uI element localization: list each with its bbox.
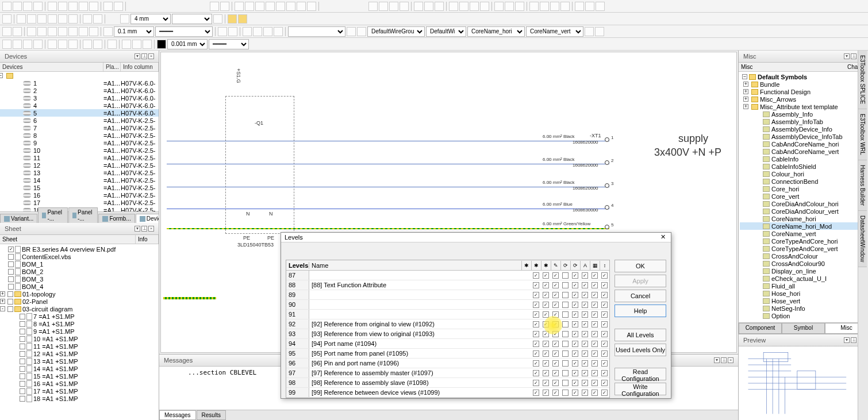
all-levels-button[interactable]: All Levels [614, 329, 666, 341]
toolbar-button[interactable] [58, 14, 67, 24]
level-col-icon[interactable]: ✱ [541, 261, 551, 270]
toolbar-button[interactable] [435, 2, 444, 11]
toolbar-button[interactable] [228, 14, 237, 24]
misc-item[interactable]: CoreTypeAndCore_hori [740, 237, 867, 245]
messages-tab[interactable]: Results [197, 410, 226, 420]
toolbar-button[interactable] [103, 2, 113, 11]
toolbar-button[interactable] [245, 2, 254, 11]
style-select[interactable] [172, 14, 212, 24]
toolbar-button[interactable] [347, 27, 356, 36]
toolbar-button[interactable] [414, 2, 423, 11]
toolbar-button[interactable] [263, 27, 272, 36]
dropdown-icon[interactable]: ▾ [135, 226, 140, 232]
misc-item[interactable]: CrossAndColour [740, 252, 867, 260]
toolbar-button[interactable] [17, 14, 26, 24]
linewidth-select[interactable]: 0.1 mm [114, 26, 154, 37]
level-col-icon[interactable]: ✎ [551, 261, 560, 270]
misc-folder[interactable]: +Functional Design [740, 88, 867, 95]
devices-tab[interactable]: Devices [136, 214, 159, 223]
sheet-tree-item[interactable]: 17 =A1 +S1.MP [1, 387, 158, 395]
toolbar-button[interactable] [400, 2, 409, 11]
sheet-tree-item[interactable]: 16 =A1 +S1.MP [1, 380, 158, 387]
toolbar-button[interactable] [48, 2, 57, 11]
toolbar-button[interactable] [89, 27, 98, 36]
pin-icon[interactable]: ⊥ [141, 226, 147, 232]
toolbar-button[interactable] [238, 14, 247, 24]
toolbar-button[interactable] [255, 2, 264, 11]
dropdown-icon[interactable]: ▾ [714, 357, 720, 363]
used-levels-button[interactable]: Used Levels Only [614, 344, 666, 356]
device-row[interactable]: 16=A1...H07V-K-2.5- [0, 191, 159, 199]
toolbar-button[interactable] [37, 27, 47, 36]
sheet-tree-item[interactable]: ContentExcel.vbs [1, 253, 158, 260]
read-config-button[interactable]: Read Configuration [614, 368, 666, 380]
toolbar-button[interactable] [515, 2, 524, 11]
toolbar-button[interactable] [2, 2, 11, 11]
level-row[interactable]: 93[93] Reference from view to original (… [286, 329, 609, 339]
toolbar-button[interactable] [79, 27, 88, 36]
wiregroup-select[interactable]: DefaultWireGroup [367, 26, 425, 37]
toolbar-button[interactable] [560, 2, 570, 11]
sheet-tree-item[interactable]: 8 =A1 +S1.MP [1, 320, 158, 327]
device-row[interactable]: 1=A1...H07V-K-6.0- [0, 79, 159, 87]
misc-item[interactable]: CoreDiaAndColour_hori [740, 200, 867, 207]
misc-item[interactable]: Hose_vert [740, 297, 867, 305]
device-row[interactable]: 14=A1...H07V-K-2.5- [0, 176, 159, 184]
misc-item[interactable]: CabAndCoreName_hori [740, 140, 867, 148]
level-row[interactable]: 96[96] Pin and port name (#1096)✓✓✓✓✓✓✓ [286, 359, 609, 368]
device-row[interactable]: 13=A1...H07V-K-2.5- [0, 169, 159, 176]
close-icon[interactable]: × [148, 226, 154, 232]
toolbar-button[interactable] [540, 2, 549, 11]
corename-h-select[interactable]: CoreName_hori [467, 26, 525, 37]
dropdown-icon[interactable]: ▾ [844, 337, 850, 343]
toolbar-button[interactable] [480, 2, 489, 11]
misc-item[interactable]: eCheck_actual_U_I [740, 275, 867, 282]
linestyle2-select[interactable]: ━━━━ [209, 39, 249, 49]
toolbar-button[interactable] [243, 27, 252, 36]
level-col-icon[interactable]: ▦ [590, 261, 600, 270]
level-row[interactable]: 88[88] Text Function Attribute✓✓✓✓✓✓✓ [286, 280, 609, 290]
toolbar-button[interactable] [114, 2, 123, 11]
level-row[interactable]: 97[97] Reference to assembly master (#10… [286, 368, 609, 378]
sheet-tree-item[interactable]: 10 =A1 +S1.MP [1, 335, 158, 342]
device-row[interactable]: 11=A1...H07V-K-2.5- [0, 154, 159, 161]
misc-folder[interactable]: +Misc_Arrows [740, 95, 867, 103]
toolbar-button[interactable] [37, 14, 47, 24]
sheet-tree-item[interactable]: -03-circuit diagram [1, 305, 158, 313]
cancel-button[interactable]: Cancel [614, 290, 666, 302]
level-row[interactable]: 92[92] Reference from original to view (… [286, 319, 609, 329]
combo-select[interactable] [288, 26, 345, 37]
vertical-tab[interactable]: DatasheetWindow [858, 211, 867, 267]
misc-item[interactable]: Colour_hori [740, 170, 867, 178]
misc-item[interactable]: CrossAndColour90 [740, 260, 867, 267]
device-row[interactable]: 2=A1...H07V-K-6.0- [0, 87, 159, 94]
pin-icon[interactable]: ⊥ [721, 357, 727, 363]
toolbar-button[interactable] [13, 40, 22, 49]
device-row[interactable]: 10=A1...H07V-K-2.5- [0, 147, 159, 154]
level-col-icon[interactable]: ⟳ [560, 261, 570, 270]
misc-item[interactable]: CabAndCoreName_vert [740, 148, 867, 155]
misc-tree[interactable]: −Default Symbols+Bundle+Functional Desig… [739, 72, 868, 322]
level-col-icon[interactable]: A [580, 261, 590, 270]
device-row[interactable]: 12=A1...H07V-K-2.5- [0, 161, 159, 169]
toolbar-button[interactable] [83, 14, 92, 24]
toolbar-button[interactable] [379, 2, 388, 11]
sheet-tree-item[interactable]: ✓BR E3.series A4 overview EN.pdf [1, 245, 158, 253]
level-col-icon[interactable]: ⟳ [570, 261, 580, 270]
toolbar-button[interactable] [550, 2, 559, 11]
misc-item[interactable]: CoreName_hori_Mod [740, 222, 867, 230]
sheet-tree[interactable]: ✓BR E3.series A4 overview EN.pdfContentE… [0, 244, 159, 420]
misc-item[interactable]: CoreName_vert [740, 230, 867, 237]
toolbar-button[interactable] [585, 2, 594, 11]
toolbar-button[interactable] [228, 27, 237, 36]
toolbar-button[interactable] [505, 2, 514, 11]
toolbar-button[interactable] [307, 2, 316, 11]
toolbar-button[interactable] [68, 27, 78, 36]
toolbar-button[interactable] [2, 14, 11, 24]
toolbar-button[interactable] [368, 2, 378, 11]
toolbar-button[interactable] [103, 27, 113, 36]
misc-bottom-tab[interactable]: Symbol [782, 323, 825, 334]
devices-tab[interactable]: Formb... [98, 214, 135, 223]
toolbar-button[interactable] [27, 14, 36, 24]
toolbar-button[interactable] [2, 40, 11, 49]
